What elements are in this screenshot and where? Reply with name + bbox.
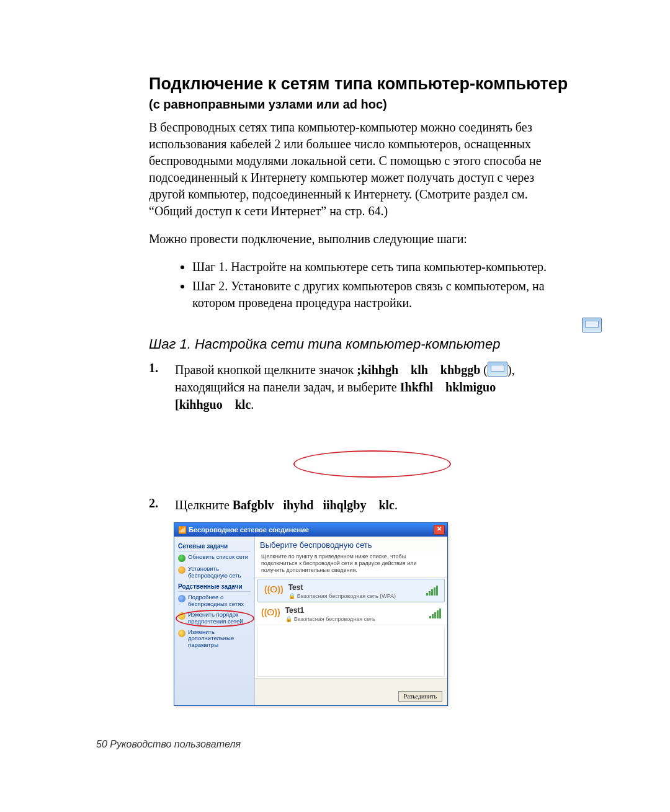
sidebar-link-label: Изменить дополнительные параметры: [188, 629, 251, 649]
bold-fragment: ;kihhgh klh khbggb: [357, 363, 480, 377]
network-subtext: 🔒 Безопасная беспроводная сеть: [285, 616, 375, 622]
numbered-item-1: 1. Правой кнопкой щелкните значок ;kihhg…: [149, 361, 546, 413]
page-footer: 50 Руководство пользователя: [96, 739, 241, 750]
text-fragment: .: [395, 498, 398, 512]
item-text: Щелкните Bafgblv ihyhd iihqlgby klc.: [175, 496, 546, 514]
paragraph-lead: Можно провести подключение, выполнив сле…: [149, 231, 558, 248]
network-list-empty-area: [257, 627, 445, 677]
star-icon: [178, 612, 185, 620]
wireless-titlebar-icon: 📶: [178, 526, 189, 533]
page-subtitle: (с равноправными узлами или ad hoc): [149, 97, 608, 112]
antenna-icon: ((ⵙ)): [261, 607, 280, 617]
gear-icon: [178, 630, 185, 637]
sidebar-link-reorder[interactable]: Изменить порядок предпочтения сетей: [178, 612, 251, 625]
dialog-titlebar: 📶 Беспроводное сетевое соединение ✕: [174, 523, 447, 537]
sidebar-link-advanced[interactable]: Изменить дополнительные параметры: [178, 629, 251, 649]
step-heading: Шаг 1. Настройка сети типа компьютер-ком…: [149, 336, 608, 352]
sidebar-header: Родственные задачи: [178, 583, 251, 592]
info-icon: [178, 595, 185, 602]
text-fragment: .: [251, 398, 254, 411]
lock-icon: 🔒: [288, 593, 295, 599]
antenna-icon: ((ⵙ)): [264, 584, 284, 594]
monitor-icon: [582, 318, 602, 332]
page-number: 50: [96, 739, 107, 749]
step-item: Шаг 2. Установите с других компьютеров с…: [192, 278, 577, 311]
text-fragment: (: [480, 363, 488, 377]
refresh-icon: [178, 555, 185, 562]
dialog-title-text: Беспроводное сетевое соединение: [189, 526, 309, 533]
network-name: Test1: [285, 606, 375, 615]
main-subtext: Щелкните по пункту в приведенном ниже сп…: [255, 552, 447, 578]
bold-fragment: Bafgblv ihyhd iihqlgby klc: [233, 498, 395, 512]
sidebar-header: Сетевые задачи: [178, 543, 251, 551]
text-fragment: Щелкните: [175, 498, 233, 512]
sidebar-link-label: Подробнее о беспроводных сетях: [188, 594, 251, 608]
sidebar-link-label: Установить беспроводную сеть: [188, 566, 251, 579]
page-title: Подключение к сетям типа компьютер-компь…: [149, 74, 608, 94]
sidebar-link-label: Изменить порядок предпочтения сетей: [188, 612, 251, 625]
main-heading: Выберите беспроводную сеть: [255, 537, 447, 552]
item-number: 1.: [149, 361, 164, 413]
signal-icon: [429, 609, 441, 618]
monitor-icon: [488, 362, 507, 377]
signal-icon: [426, 586, 438, 596]
network-subtext: 🔒 Безопасная беспроводная сеть (WPA): [288, 593, 396, 599]
item-number: 2.: [149, 496, 164, 514]
dialog-sidebar: Сетевые задачи Обновить список сети Уста…: [174, 537, 255, 705]
annotation-ellipse: [293, 450, 451, 478]
paragraph-intro: В беспроводных сетях типа компьютер-комп…: [149, 119, 558, 220]
numbered-item-2: 2. Щелкните Bafgblv ihyhd iihqlgby klc.: [149, 496, 546, 514]
sidebar-link-setup[interactable]: Установить беспроводную сеть: [178, 566, 251, 579]
steps-list: Шаг 1. Настройте на компьютере сеть типа…: [149, 259, 577, 311]
text-fragment: Правой кнопкой щелкните значок: [175, 363, 357, 377]
dialog-main: Выберите беспроводную сеть Щелкните по п…: [255, 537, 447, 705]
network-item[interactable]: ((ⵙ)) Test 🔒 Безопасная беспроводная сет…: [257, 579, 445, 602]
sidebar-link-refresh[interactable]: Обновить список сети: [178, 554, 251, 562]
inline-monitor-icon-float: [582, 318, 602, 332]
network-security-label: Безопасная беспроводная сеть (WPA): [297, 593, 396, 599]
dialog-footer: Разъединить: [255, 678, 447, 705]
sidebar-link-label: Обновить список сети: [188, 554, 248, 561]
item-text: Правой кнопкой щелкните значок ;kihhgh k…: [175, 361, 546, 413]
network-security-label: Безопасная беспроводная сеть: [294, 616, 375, 622]
step-item: Шаг 1. Настройте на компьютере сеть типа…: [192, 259, 577, 275]
setup-icon: [178, 566, 185, 574]
disconnect-button[interactable]: Разъединить: [398, 691, 442, 702]
network-name: Test: [288, 583, 396, 592]
footer-label: Руководство пользователя: [110, 739, 241, 749]
wireless-dialog: 📶 Беспроводное сетевое соединение ✕ Сете…: [174, 522, 448, 706]
lock-icon: 🔒: [285, 616, 292, 622]
sidebar-link-learn[interactable]: Подробнее о беспроводных сетях: [178, 594, 251, 608]
close-button[interactable]: ✕: [434, 525, 445, 535]
network-item[interactable]: ((ⵙ)) Test1 🔒 Безопасная беспроводная се…: [255, 602, 447, 625]
